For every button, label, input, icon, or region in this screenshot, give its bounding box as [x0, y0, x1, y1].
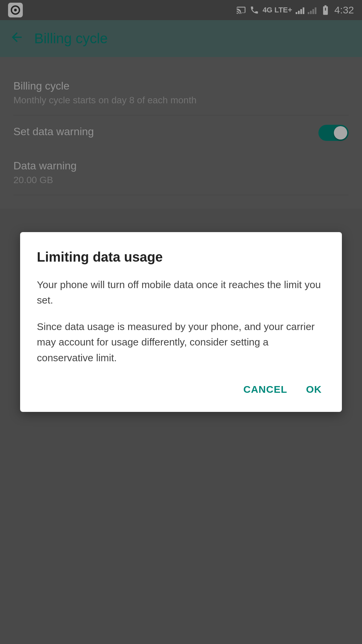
ok-button[interactable]: OK: [303, 379, 325, 400]
dialog-title: Limiting data usage: [37, 249, 325, 265]
dialog-body-paragraph-1: Your phone will turn off mobile data onc…: [37, 277, 325, 308]
cancel-button[interactable]: CANCEL: [240, 379, 291, 400]
dialog-body-paragraph-2: Since data usage is measured by your pho…: [37, 319, 325, 366]
dialog-overlay: Limiting data usage Your phone will turn…: [0, 0, 362, 644]
limiting-data-dialog: Limiting data usage Your phone will turn…: [20, 232, 342, 412]
dialog-actions: CANCEL OK: [37, 379, 325, 400]
dialog-body: Your phone will turn off mobile data onc…: [37, 277, 325, 366]
